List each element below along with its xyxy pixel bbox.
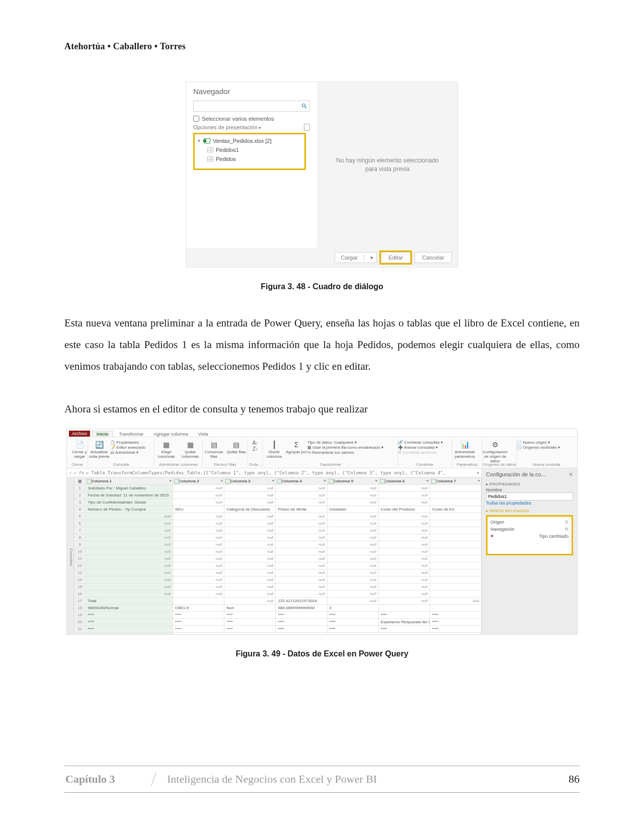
ribbon: 📄Cerrar y cargar Cerrar 🔄Actualizar vist…	[67, 437, 577, 468]
elegir-columnas-button[interactable]: ▦Elegir columnas	[154, 439, 179, 459]
config-origen-button[interactable]: ⚙Configuración de origen de datos	[482, 439, 508, 463]
nombre-label: Nombre	[486, 487, 573, 492]
table-row[interactable]: 1Solicitado Por : Miguel Caballeronullnu…	[74, 485, 481, 492]
group-label: Cerrar	[67, 462, 88, 467]
tipo-datos-dropdown[interactable]: Tipo de datos: Cualquiera ▾	[307, 440, 396, 445]
dividir-columna-button[interactable]: ┃Dividir columna	[263, 439, 285, 459]
combinar-archivos-button[interactable]: ⊞ Combinar archivos	[398, 450, 452, 455]
administrar-button[interactable]: 🗂 Administrar ▾	[110, 450, 152, 455]
refresh-icon[interactable]	[304, 124, 310, 131]
column-header[interactable]: Columna 7▾	[430, 478, 481, 485]
nuevo-origen-button[interactable]: 📄 Nuevo origen ▾	[517, 440, 576, 445]
table-row[interactable]: 8nullnullnullnullnullnull	[74, 534, 481, 541]
group-label: Reducir filas	[203, 462, 248, 467]
search-input[interactable]	[193, 101, 310, 112]
figure-1: Navegador Seleccionar varios elementos O…	[64, 82, 580, 267]
admin-parametros-button[interactable]: 📊Administrar parámetros	[452, 439, 477, 459]
editar-button[interactable]: Editar	[381, 252, 411, 263]
combinar-consultas-button[interactable]: 🔗 Combinar consultas ▾	[398, 440, 452, 445]
step-origen[interactable]: Origen⚙	[489, 519, 571, 526]
origenes-recientes-button[interactable]: 🕘 Orígenes recientes ▾	[517, 445, 576, 450]
table-row[interactable]: 19****************************	[74, 612, 481, 619]
usar-fila-button[interactable]: ▦ Usar la primera fila como encabezado ▾	[307, 445, 396, 450]
table-row[interactable]: 4Número de Pedido - Tip CompraSKUCategor…	[74, 506, 481, 513]
section-propiedades: ▸ PROPIEDADES	[486, 482, 573, 486]
tree-item-pedidos1[interactable]: Pedidos1	[198, 145, 301, 154]
column-header[interactable]: Columna 2▾	[173, 478, 224, 485]
dialog-title: Navegador	[193, 87, 310, 96]
conservar-filas-button[interactable]: ▤Conservar filas	[203, 439, 225, 459]
table-row[interactable]: 9nullnullnullnullnullnull	[74, 541, 481, 548]
page-footer: Capítulo 3 Inteligencia de Negocios con …	[64, 766, 580, 793]
display-options-dropdown[interactable]: Opciones de presentación	[193, 124, 261, 130]
caret-down-icon[interactable]: ▾	[198, 138, 202, 143]
propiedades-button[interactable]: 📋 Propiedades	[110, 440, 152, 445]
agrupar-button[interactable]: ΣAgrupar por	[285, 439, 307, 459]
check-icon[interactable]: ✓	[73, 470, 76, 475]
chevron-down-icon[interactable]: ▾	[364, 255, 376, 261]
actualizar-button[interactable]: 🔄Actualizar vista previa	[88, 439, 110, 459]
table-row[interactable]: 6nullnullnullnullnullnull	[74, 520, 481, 527]
anexar-consultas-button[interactable]: ➕ Anexar consultas ▾	[398, 445, 452, 450]
tab-vista[interactable]: Vista	[194, 431, 212, 437]
fx-icon: fx	[78, 470, 84, 475]
data-grid[interactable]: ▦ Columna 1▾ Columna 2▾ Columna 3▾ Colum…	[74, 477, 481, 634]
table-icon	[207, 147, 214, 153]
column-header[interactable]: Columna 5▾	[327, 478, 378, 485]
reemplazar-button[interactable]: ½ Reemplazar los valores	[307, 450, 396, 455]
sort-desc-button[interactable]: Z↓	[253, 446, 258, 452]
table-row[interactable]: 14nullnullnullnullnullnull	[74, 576, 481, 584]
table-row[interactable]: 21****************************	[74, 626, 481, 633]
cancelar-button[interactable]: Cancelar	[415, 252, 452, 263]
group-label: Combinar	[398, 462, 452, 467]
formula-dropdown-icon[interactable]: ▾	[477, 470, 479, 475]
sort-asc-button[interactable]: A↓	[253, 440, 259, 446]
table-row[interactable]: 20********************Esperando Respuest…	[74, 619, 481, 626]
quitar-columnas-button[interactable]: ▦Quitar columnas	[179, 439, 203, 459]
step-navegacion[interactable]: Navegación⚙	[489, 526, 571, 533]
table-row[interactable]: 5nullnullnullnullnullnull	[74, 513, 481, 520]
editor-avanzado-button[interactable]: 📝 Editor avanzado	[110, 445, 152, 450]
tab-agregar-columna[interactable]: Agregar columna	[149, 431, 192, 437]
remove-rows-icon: ▤	[231, 440, 242, 450]
tab-archivo[interactable]: Archivo	[69, 431, 90, 437]
table-row[interactable]: 1898094282NormalCB01-5Non888.08999999999…	[74, 605, 481, 612]
column-header[interactable]: Columna 1▾	[86, 478, 173, 485]
table-row[interactable]: 3Tipo de Confidencialidad: Globalnullnul…	[74, 499, 481, 506]
tab-transformar[interactable]: Transformar	[115, 431, 148, 437]
table-row[interactable]: 15nullnullnullnullnullnull	[74, 584, 481, 591]
cargar-button[interactable]: Cargar▾	[335, 252, 377, 263]
step-tipo-cambiado[interactable]: Tipo cambiado	[489, 533, 571, 540]
table-row[interactable]: 17Totalnull133.41712012573016nullnullnul…	[74, 598, 481, 605]
table-row[interactable]: 10nullnullnullnullnullnull	[74, 548, 481, 555]
close-icon[interactable]: ✕	[569, 471, 573, 478]
gear-icon[interactable]: ⚙	[565, 527, 569, 532]
figure-2: Archivo Inicio Transformar Agregar colum…	[64, 429, 580, 634]
group-by-icon: Σ	[291, 440, 301, 450]
rib-label: Combinar consultas	[404, 440, 440, 445]
formula-bar[interactable]: ‹ ✓ fx = Table.TransformColumnTypes(Pedi…	[67, 468, 481, 477]
table-row[interactable]: 13nullnullnullnullnullnull	[74, 569, 481, 576]
column-header[interactable]: Columna 4▾	[276, 478, 327, 485]
table-row[interactable]: 16nullnullnullnullnullnull	[74, 591, 481, 598]
multi-select-checkbox[interactable]: Seleccionar varios elementos	[193, 116, 310, 122]
all-properties-link[interactable]: Todas las propiedades	[486, 501, 531, 506]
nav-prev-icon[interactable]: ‹	[69, 470, 71, 475]
quitar-filas-button[interactable]: ▤Quitar filas	[225, 439, 248, 459]
table-row[interactable]: 12nullnullnullnullnullnull	[74, 562, 481, 569]
table-row[interactable]: 22ErrorErrorErrorErrorErrorErrorError	[74, 633, 481, 635]
tree-root[interactable]: ▾ Ventas_Pedidos.xlsx [2]	[198, 136, 301, 145]
table-row[interactable]: 7nullnullnullnullnullnull	[74, 527, 481, 534]
tree-item-pedidos[interactable]: Pedidos	[198, 154, 301, 163]
nombre-input[interactable]	[486, 492, 573, 501]
search-icon	[301, 103, 307, 109]
queries-sidebar[interactable]: Consultas	[67, 477, 74, 634]
body-paragraph-2: Ahora si estamos en el editor de consult…	[64, 398, 580, 420]
table-row[interactable]: 11nullnullnullnullnullnull	[74, 555, 481, 562]
table-row[interactable]: 2Fecha de Solicitud: 11 de noviembre de …	[74, 492, 481, 499]
tab-inicio[interactable]: Inicio	[92, 431, 113, 437]
column-header[interactable]: Columna 3▾	[224, 478, 276, 485]
gear-icon[interactable]: ⚙	[565, 520, 569, 525]
column-header[interactable]: Columna 6▾	[378, 478, 430, 485]
checkbox-icon[interactable]	[193, 116, 199, 122]
